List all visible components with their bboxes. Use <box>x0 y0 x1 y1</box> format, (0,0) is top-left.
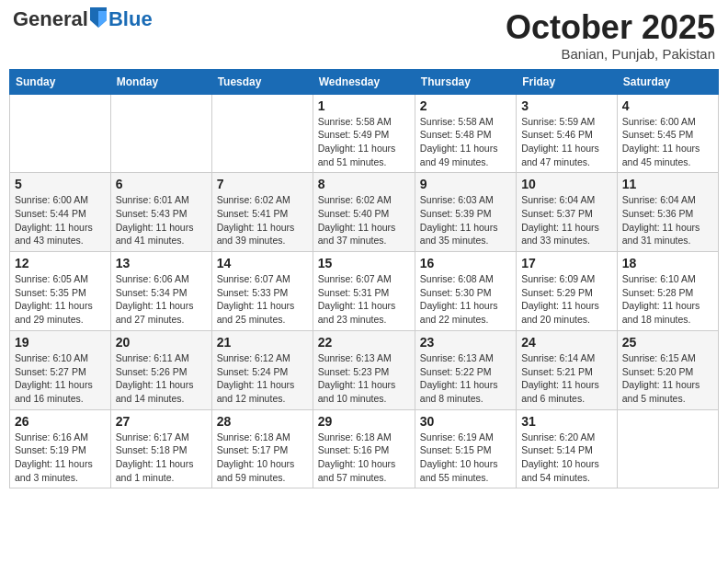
day-number: 8 <box>318 177 410 191</box>
calendar-cell: 3Sunrise: 5:59 AM Sunset: 5:46 PM Daylig… <box>517 94 618 173</box>
day-info: Sunrise: 6:02 AM Sunset: 5:40 PM Dayligh… <box>318 193 410 247</box>
calendar-cell: 27Sunrise: 6:17 AM Sunset: 5:18 PM Dayli… <box>110 409 211 488</box>
calendar-header-row: SundayMondayTuesdayWednesdayThursdayFrid… <box>10 69 719 94</box>
calendar-cell: 24Sunrise: 6:14 AM Sunset: 5:21 PM Dayli… <box>517 330 618 409</box>
logo-blue-text: Blue <box>108 9 153 29</box>
day-info: Sunrise: 5:58 AM Sunset: 5:48 PM Dayligh… <box>420 115 511 169</box>
weekday-header-thursday: Thursday <box>415 69 516 94</box>
day-info: Sunrise: 6:02 AM Sunset: 5:41 PM Dayligh… <box>217 193 308 247</box>
day-number: 24 <box>521 335 612 350</box>
day-info: Sunrise: 6:05 AM Sunset: 5:35 PM Dayligh… <box>15 272 106 327</box>
day-number: 2 <box>420 98 511 113</box>
day-number: 28 <box>217 414 308 429</box>
weekday-header-monday: Monday <box>110 69 211 94</box>
weekday-header-tuesday: Tuesday <box>211 69 313 94</box>
calendar-cell: 26Sunrise: 6:16 AM Sunset: 5:19 PM Dayli… <box>10 409 111 488</box>
calendar-cell: 10Sunrise: 6:04 AM Sunset: 5:37 PM Dayli… <box>517 173 618 252</box>
calendar-week-row: 26Sunrise: 6:16 AM Sunset: 5:19 PM Dayli… <box>10 409 719 488</box>
page-header: General Blue October 2025 Banian, Punjab… <box>9 9 719 62</box>
title-block: October 2025 Banian, Punjab, Pakistan <box>506 9 715 62</box>
day-number: 27 <box>116 414 207 429</box>
calendar-table: SundayMondayTuesdayWednesdayThursdayFrid… <box>9 69 719 489</box>
day-info: Sunrise: 6:00 AM Sunset: 5:44 PM Dayligh… <box>15 193 106 247</box>
day-info: Sunrise: 6:19 AM Sunset: 5:15 PM Dayligh… <box>420 431 511 485</box>
svg-marker-1 <box>98 11 107 28</box>
day-info: Sunrise: 6:13 AM Sunset: 5:22 PM Dayligh… <box>420 351 511 406</box>
calendar-cell: 4Sunrise: 6:00 AM Sunset: 5:45 PM Daylig… <box>617 94 718 173</box>
day-number: 4 <box>622 98 713 113</box>
calendar-cell: 21Sunrise: 6:12 AM Sunset: 5:24 PM Dayli… <box>211 330 313 409</box>
day-number: 14 <box>217 256 308 270</box>
calendar-cell: 7Sunrise: 6:02 AM Sunset: 5:41 PM Daylig… <box>211 173 313 252</box>
calendar-cell: 9Sunrise: 6:03 AM Sunset: 5:39 PM Daylig… <box>415 173 516 252</box>
day-number: 20 <box>116 335 207 350</box>
day-number: 25 <box>622 335 713 350</box>
calendar-cell: 18Sunrise: 6:10 AM Sunset: 5:28 PM Dayli… <box>617 252 718 331</box>
calendar-cell: 19Sunrise: 6:10 AM Sunset: 5:27 PM Dayli… <box>10 330 111 409</box>
day-number: 29 <box>318 414 410 429</box>
day-info: Sunrise: 6:18 AM Sunset: 5:17 PM Dayligh… <box>217 431 308 485</box>
calendar-cell: 2Sunrise: 5:58 AM Sunset: 5:48 PM Daylig… <box>415 94 516 173</box>
day-number: 30 <box>420 414 511 429</box>
day-info: Sunrise: 6:20 AM Sunset: 5:14 PM Dayligh… <box>521 431 612 485</box>
calendar-cell: 8Sunrise: 6:02 AM Sunset: 5:40 PM Daylig… <box>313 173 415 252</box>
day-number: 26 <box>15 414 106 429</box>
day-info: Sunrise: 6:16 AM Sunset: 5:19 PM Dayligh… <box>15 431 106 485</box>
day-number: 15 <box>318 256 410 270</box>
calendar-cell: 23Sunrise: 6:13 AM Sunset: 5:22 PM Dayli… <box>415 330 516 409</box>
month-title: October 2025 <box>506 9 715 46</box>
calendar-cell: 29Sunrise: 6:18 AM Sunset: 5:16 PM Dayli… <box>313 409 415 488</box>
day-info: Sunrise: 6:03 AM Sunset: 5:39 PM Dayligh… <box>420 193 511 247</box>
weekday-header-wednesday: Wednesday <box>313 69 415 94</box>
day-number: 22 <box>318 335 410 350</box>
calendar-week-row: 5Sunrise: 6:00 AM Sunset: 5:44 PM Daylig… <box>10 173 719 252</box>
calendar-cell: 25Sunrise: 6:15 AM Sunset: 5:20 PM Dayli… <box>617 330 718 409</box>
calendar-cell: 5Sunrise: 6:00 AM Sunset: 5:44 PM Daylig… <box>10 173 111 252</box>
logo-general-text: General <box>13 9 88 29</box>
day-info: Sunrise: 6:18 AM Sunset: 5:16 PM Dayligh… <box>318 431 410 485</box>
day-number: 7 <box>217 177 308 191</box>
day-info: Sunrise: 6:17 AM Sunset: 5:18 PM Dayligh… <box>116 431 207 485</box>
day-number: 19 <box>15 335 106 350</box>
calendar-cell <box>10 94 111 173</box>
day-number: 5 <box>15 177 106 191</box>
calendar-cell: 1Sunrise: 5:58 AM Sunset: 5:49 PM Daylig… <box>313 94 415 173</box>
calendar-cell: 30Sunrise: 6:19 AM Sunset: 5:15 PM Dayli… <box>415 409 516 488</box>
calendar-cell: 22Sunrise: 6:13 AM Sunset: 5:23 PM Dayli… <box>313 330 415 409</box>
calendar-cell: 28Sunrise: 6:18 AM Sunset: 5:17 PM Dayli… <box>211 409 313 488</box>
day-number: 21 <box>217 335 308 350</box>
day-number: 11 <box>622 177 713 191</box>
day-info: Sunrise: 6:11 AM Sunset: 5:26 PM Dayligh… <box>116 351 207 406</box>
day-info: Sunrise: 6:04 AM Sunset: 5:37 PM Dayligh… <box>521 193 612 247</box>
day-number: 6 <box>116 177 207 191</box>
logo: General Blue <box>13 9 153 29</box>
calendar-cell: 17Sunrise: 6:09 AM Sunset: 5:29 PM Dayli… <box>517 252 618 331</box>
day-number: 9 <box>420 177 511 191</box>
calendar-cell <box>211 94 313 173</box>
day-number: 12 <box>15 256 106 270</box>
day-number: 17 <box>521 256 612 270</box>
calendar-cell <box>617 409 718 488</box>
day-info: Sunrise: 6:14 AM Sunset: 5:21 PM Dayligh… <box>521 351 612 406</box>
day-info: Sunrise: 5:58 AM Sunset: 5:49 PM Dayligh… <box>318 115 410 169</box>
day-info: Sunrise: 6:07 AM Sunset: 5:31 PM Dayligh… <box>318 272 410 327</box>
calendar-cell: 6Sunrise: 6:01 AM Sunset: 5:43 PM Daylig… <box>110 173 211 252</box>
day-info: Sunrise: 6:07 AM Sunset: 5:33 PM Dayligh… <box>217 272 308 327</box>
calendar-cell: 11Sunrise: 6:04 AM Sunset: 5:36 PM Dayli… <box>617 173 718 252</box>
day-number: 16 <box>420 256 511 270</box>
calendar-cell: 12Sunrise: 6:05 AM Sunset: 5:35 PM Dayli… <box>10 252 111 331</box>
day-info: Sunrise: 6:04 AM Sunset: 5:36 PM Dayligh… <box>622 193 713 247</box>
day-info: Sunrise: 6:12 AM Sunset: 5:24 PM Dayligh… <box>217 351 308 406</box>
calendar-cell: 20Sunrise: 6:11 AM Sunset: 5:26 PM Dayli… <box>110 330 211 409</box>
weekday-header-sunday: Sunday <box>10 69 111 94</box>
day-number: 10 <box>521 177 612 191</box>
calendar-week-row: 19Sunrise: 6:10 AM Sunset: 5:27 PM Dayli… <box>10 330 719 409</box>
day-info: Sunrise: 6:06 AM Sunset: 5:34 PM Dayligh… <box>116 272 207 327</box>
day-info: Sunrise: 6:09 AM Sunset: 5:29 PM Dayligh… <box>521 272 612 327</box>
day-number: 3 <box>521 98 612 113</box>
day-info: Sunrise: 6:08 AM Sunset: 5:30 PM Dayligh… <box>420 272 511 327</box>
calendar-cell: 15Sunrise: 6:07 AM Sunset: 5:31 PM Dayli… <box>313 252 415 331</box>
day-info: Sunrise: 6:00 AM Sunset: 5:45 PM Dayligh… <box>622 115 713 169</box>
weekday-header-friday: Friday <box>517 69 618 94</box>
day-number: 13 <box>116 256 207 270</box>
